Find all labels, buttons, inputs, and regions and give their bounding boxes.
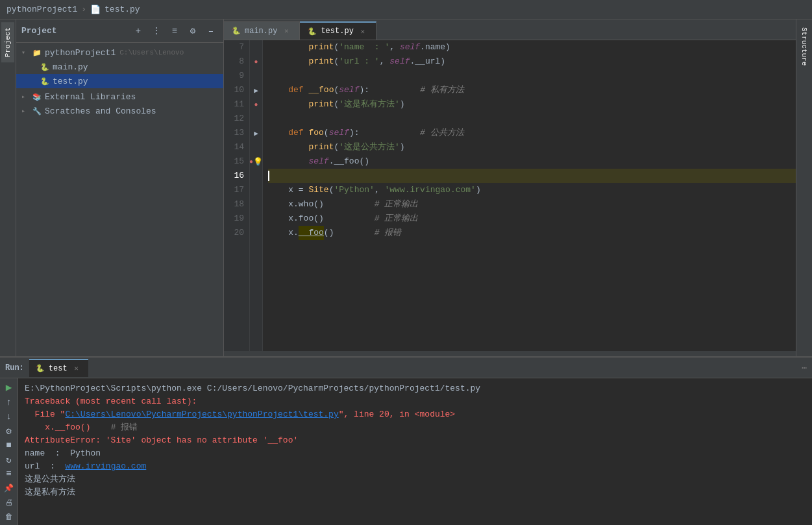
code-line-7: print('name : ', self.name) bbox=[268, 40, 796, 55]
run-output-area[interactable]: E:\PythonProject\Scripts\python.exe C:/U… bbox=[18, 378, 812, 525]
py-file-icon: 🐍 bbox=[40, 62, 50, 72]
traceback-link[interactable]: C:\Users\Lenovo\PycharmProjects\pythonPr… bbox=[65, 409, 338, 419]
ln-8: 8 bbox=[224, 55, 249, 69]
run-rerun-btn[interactable]: ↻ bbox=[2, 454, 16, 465]
ln-13: 13 bbox=[224, 126, 249, 140]
project-label: pythonProject1 bbox=[6, 5, 77, 14]
ln-17: 17 bbox=[224, 183, 249, 197]
ln-20: 20 bbox=[224, 226, 249, 240]
tab-test-py-icon: 🐍 bbox=[308, 27, 317, 36]
ln-18: 18 bbox=[224, 197, 249, 212]
code-line-19: x.foo() # 正常输出 bbox=[268, 212, 796, 226]
run-stop-btn[interactable]: ■ bbox=[2, 439, 16, 451]
url-link[interactable]: www.irvingao.com bbox=[65, 461, 146, 471]
text-cursor bbox=[268, 171, 269, 181]
tab-main-py-close[interactable]: ✕ bbox=[281, 26, 291, 36]
tab-main-py[interactable]: 🐍 main.py ✕ bbox=[224, 21, 300, 40]
tab-test-py-close[interactable]: ✕ bbox=[358, 26, 368, 36]
tab-test-py[interactable]: 🐍 test.py ✕ bbox=[300, 21, 376, 40]
ln-14: 14 bbox=[224, 140, 249, 154]
code-line-10: def __foo(self): # 私有方法 bbox=[268, 83, 796, 97]
code-line-20: x.__foo() # 报错 bbox=[268, 226, 796, 240]
code-lines[interactable]: print('name : ', self.name) print('url :… bbox=[263, 40, 796, 351]
right-panel-tabs: Structure bbox=[796, 19, 812, 356]
run-action-buttons: ▶ ↑ ↓ ⚙ ■ ↻ ≡ 📌 🖨 🗑 bbox=[0, 378, 18, 525]
run-print-btn[interactable]: 🖨 bbox=[2, 496, 16, 508]
close-sidebar-btn[interactable]: – bbox=[204, 24, 218, 38]
output-line-2: Traceback (most recent call last): bbox=[25, 395, 806, 408]
ln-16: 16 bbox=[224, 169, 249, 183]
gutter-19 bbox=[250, 212, 262, 226]
sidebar-title: Project bbox=[21, 26, 127, 36]
output-line-8: 这是公共方法 bbox=[25, 473, 806, 486]
ln-12: 12 bbox=[224, 112, 249, 126]
output-line-4: x.__foo() # 报错 bbox=[25, 421, 806, 434]
bottom-area: Run: 🐍 test ✕ ⋯ ▶ ↑ ↓ ⚙ ■ ↻ ≡ 📌 🖨 🗑 E:\P… bbox=[0, 356, 812, 525]
code-line-8: print('url : ', self.__url) bbox=[268, 55, 796, 69]
output-line-9: 这是私有方法 bbox=[25, 486, 806, 499]
tree-label-scratches: Scratches and Consoles bbox=[45, 106, 156, 116]
bottom-content: ▶ ↑ ↓ ⚙ ■ ↻ ≡ 📌 🖨 🗑 E:\PythonProject\Scr… bbox=[0, 378, 812, 525]
run-scroll-up-btn[interactable]: ↑ bbox=[2, 397, 16, 408]
code-line-11: print('这是私有方法') bbox=[268, 97, 796, 112]
code-line-15: self.__foo() bbox=[268, 154, 796, 169]
run-delete-btn[interactable]: 🗑 bbox=[2, 511, 16, 522]
ln-10: 10 bbox=[224, 83, 249, 97]
gutter-7 bbox=[250, 40, 262, 55]
tree-item-scratches[interactable]: ▸ 🔧 Scratches and Consoles bbox=[16, 104, 223, 118]
py-file-icon2: 🐍 bbox=[40, 76, 50, 86]
run-scroll-down-btn[interactable]: ↓ bbox=[2, 411, 16, 422]
gutter-20 bbox=[250, 226, 262, 240]
gutter-8: ● bbox=[250, 55, 262, 69]
output-line-1: E:\PythonProject\Scripts\python.exe C:/U… bbox=[25, 382, 806, 395]
ln-7: 7 bbox=[224, 40, 249, 55]
output-line-7: url : www.irvingao.com bbox=[25, 460, 806, 473]
breadcrumb-sep: › bbox=[81, 5, 86, 14]
project-tab[interactable]: Project bbox=[1, 22, 14, 62]
code-line-14: print('这是公共方法') bbox=[268, 140, 796, 154]
gutter: ● ▶ ● ▶ ●💡 bbox=[250, 40, 263, 351]
collapse-all-btn[interactable]: ≡ bbox=[167, 24, 182, 38]
panel-options-btn[interactable]: ⋯ bbox=[796, 363, 812, 373]
run-play-btn[interactable]: ▶ bbox=[2, 381, 16, 394]
run-tab-test[interactable]: 🐍 test ✕ bbox=[29, 359, 88, 377]
code-area: 7 8 9 10 11 12 13 14 15 16 17 18 19 20 bbox=[224, 40, 796, 351]
tab-test-py-label: test.py bbox=[321, 27, 353, 36]
ln-15: 15 bbox=[224, 154, 249, 169]
gutter-11: ● bbox=[250, 97, 262, 112]
tree-item-main-py[interactable]: 🐍 main.py bbox=[16, 60, 223, 74]
tree-label-main-py: main.py bbox=[53, 62, 88, 72]
horizontal-scrollbar[interactable] bbox=[224, 351, 796, 356]
run-settings-btn[interactable]: ⚙ bbox=[2, 425, 16, 437]
expand-all-btn[interactable]: ⋮ bbox=[149, 24, 164, 38]
editor-tab-bar: 🐍 main.py ✕ 🐍 test.py ✕ bbox=[224, 19, 796, 40]
tree-item-ext-libs[interactable]: ▸ 📚 External Libraries bbox=[16, 90, 223, 104]
ln-9: 9 bbox=[224, 69, 249, 83]
tree-item-project-root[interactable]: ▾ 📁 pythonProject1 C:\Users\Lenovo bbox=[16, 45, 223, 60]
tree-path-hint: C:\Users\Lenovo bbox=[119, 49, 184, 56]
code-line-18: x.who() # 正常输出 bbox=[268, 197, 796, 212]
run-align-btn[interactable]: ≡ bbox=[2, 468, 16, 480]
settings-btn[interactable]: ⚙ bbox=[186, 24, 200, 38]
scratches-icon: 🔧 bbox=[32, 106, 42, 116]
sidebar: Project + ⋮ ≡ ⚙ – ▾ 📁 pythonProject1 C:\… bbox=[16, 19, 224, 356]
file-icon: 📄 bbox=[90, 5, 101, 15]
structure-tab[interactable]: Structure bbox=[798, 22, 811, 71]
run-label: Run: bbox=[5, 363, 24, 372]
gutter-12 bbox=[250, 112, 262, 126]
run-pin-btn[interactable]: 📌 bbox=[2, 482, 16, 494]
gutter-9 bbox=[250, 69, 262, 83]
expand-arrow3: ▸ bbox=[21, 107, 32, 115]
code-line-9 bbox=[268, 69, 796, 83]
gutter-14 bbox=[250, 140, 262, 154]
gutter-16 bbox=[250, 169, 262, 183]
file-tree: ▾ 📁 pythonProject1 C:\Users\Lenovo 🐍 mai… bbox=[16, 43, 223, 356]
run-tab-close[interactable]: ✕ bbox=[71, 363, 82, 374]
gutter-15: ●💡 bbox=[250, 154, 262, 169]
new-file-btn[interactable]: + bbox=[131, 24, 145, 38]
ln-19: 19 bbox=[224, 212, 249, 226]
tab-main-py-icon: 🐍 bbox=[232, 27, 241, 35]
code-editor[interactable]: 7 8 9 10 11 12 13 14 15 16 17 18 19 20 bbox=[224, 40, 796, 351]
tree-item-test-py[interactable]: 🐍 test.py bbox=[16, 74, 223, 88]
gutter-17 bbox=[250, 183, 262, 197]
